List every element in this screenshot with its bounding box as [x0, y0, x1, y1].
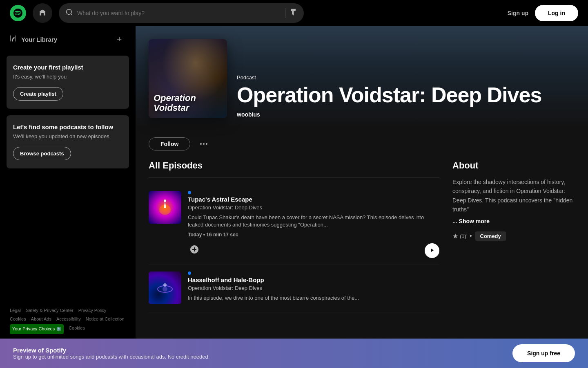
episode-content-2: Hasselhoff and Hale-Bopp Operation Voids… — [188, 272, 439, 305]
footer-link-cookies2[interactable]: Cookies — [69, 324, 85, 334]
privacy-choices-badge[interactable]: Your Privacy Choices ⚙️ — [10, 324, 64, 334]
thumbnail-art-2 — [149, 272, 181, 304]
sidebar: Your Library + Create your first playlis… — [0, 26, 136, 368]
episode-title-1: Tupac's Astral Escape — [188, 196, 439, 203]
follow-button[interactable]: Follow — [149, 137, 190, 150]
banner-description: Sign up to get unlimited songs and podca… — [13, 354, 512, 360]
search-bar — [59, 3, 304, 23]
bottom-banner: Preview of Spotify Sign up to get unlimi… — [0, 339, 588, 368]
genre-badge[interactable]: Comedy — [475, 231, 506, 241]
spotify-logo — [10, 5, 26, 21]
new-episode-dot — [188, 191, 191, 194]
banner-title: Preview of Spotify — [13, 347, 512, 354]
library-header: Your Library + — [0, 26, 136, 52]
signup-link[interactable]: Sign up — [508, 10, 528, 16]
episode-description-1: Could Tupac Shakur's death have been a c… — [188, 214, 439, 229]
library-title: Your Library — [21, 36, 57, 43]
create-playlist-button[interactable]: Create playlist — [13, 87, 63, 101]
footer-links: Legal Safety & Privacy Center Privacy Po… — [10, 307, 126, 334]
svg-point-5 — [163, 283, 167, 287]
episode-status-2 — [188, 272, 439, 275]
more-options-button[interactable] — [197, 141, 211, 146]
browse-icon — [290, 9, 297, 18]
podcast-title: Operation Voidstar: Deep Dives — [237, 84, 575, 106]
play-icon — [429, 247, 435, 254]
library-title-wrap: Your Library — [10, 35, 57, 44]
episode-description-2: In this episode, we dive into one of the… — [188, 294, 439, 302]
footer-link-legal[interactable]: Legal — [10, 307, 21, 315]
footer-link-safety[interactable]: Safety & Privacy Center — [26, 307, 74, 315]
dot-1 — [200, 143, 202, 145]
home-icon — [38, 9, 47, 18]
episode-thumbnail-2 — [149, 272, 181, 304]
svg-point-2 — [164, 200, 166, 202]
create-playlist-card: Create your first playlist It's easy, we… — [7, 56, 129, 109]
app-layout: Your Library + Create your first playlis… — [0, 0, 588, 368]
podcast-type-label: Podcast — [237, 74, 575, 81]
about-meta: ★ (1) • Comedy — [452, 231, 575, 241]
actions-row: Follow — [136, 128, 588, 160]
add-library-button[interactable]: + — [113, 33, 126, 46]
episode-thumbnail-1 — [149, 191, 181, 224]
podcast-hero: Operation Voidstar Podcast Operation Voi… — [136, 26, 588, 128]
main-content: Operation Voidstar Podcast Operation Voi… — [136, 26, 588, 368]
rating-count: (1) — [460, 233, 466, 239]
find-podcasts-card: Let's find some podcasts to follow We'll… — [7, 115, 129, 168]
cover-overlay-text: Operation Voidstar — [154, 93, 196, 113]
episode-card[interactable]: Tupac's Astral Escape Operation Voidstar… — [149, 184, 439, 265]
nav-auth: Sign up Log in — [508, 5, 578, 21]
episode-title-2: Hasselhoff and Hale-Bopp — [188, 276, 439, 283]
episode-podcast-name-2: Operation Voidstar: Deep Dives — [188, 285, 439, 291]
footer-link-accessibility[interactable]: Accessibility — [56, 315, 81, 323]
about-section: About Explore the shadowy intersections … — [452, 160, 575, 312]
episode-podcast-name-1: Operation Voidstar: Deep Dives — [188, 204, 439, 211]
footer-link-privacy[interactable]: Privacy Policy — [78, 307, 106, 315]
banner-text: Preview of Spotify Sign up to get unlimi… — [13, 347, 512, 360]
search-input[interactable] — [77, 10, 281, 16]
svg-point-4 — [163, 287, 167, 292]
episode-card[interactable]: Hasselhoff and Hale-Bopp Operation Voids… — [149, 265, 439, 312]
library-icon — [10, 35, 17, 44]
episodes-divider — [149, 177, 439, 178]
login-button[interactable]: Log in — [535, 5, 578, 21]
episode-content-1: Tupac's Astral Escape Operation Voidstar… — [188, 191, 439, 258]
top-navigation: Sign up Log in — [0, 0, 588, 26]
podcast-card-title: Let's find some podcasts to follow — [13, 123, 122, 130]
home-button[interactable] — [33, 3, 52, 23]
about-text: Explore the shadowy intersections of his… — [452, 177, 575, 214]
search-icon — [66, 9, 73, 18]
podcast-author: woobius — [237, 111, 575, 118]
dot-2 — [203, 143, 205, 145]
search-divider — [285, 8, 285, 18]
meta-separator: • — [470, 232, 472, 240]
playlist-card-title: Create your first playlist — [13, 64, 122, 71]
podcast-info: Podcast Operation Voidstar: Deep Dives w… — [237, 74, 575, 118]
play-episode-button-1[interactable] — [425, 243, 439, 258]
episode-actions-1 — [188, 242, 439, 258]
thumbnail-art-1 — [149, 191, 181, 224]
dot-3 — [206, 143, 207, 145]
episodes-heading: All Episodes — [149, 160, 439, 171]
episodes-section: All Episodes — [149, 160, 439, 312]
star-icon: ★ — [452, 232, 458, 240]
playlist-card-desc: It's easy, we'll help you — [13, 73, 122, 81]
signup-free-button[interactable]: Sign up free — [512, 344, 575, 362]
new-episode-dot-2 — [188, 272, 191, 275]
add-episode-button-1[interactable] — [188, 244, 201, 257]
episode-meta-1: Today • 16 min 17 sec — [188, 232, 439, 238]
about-heading: About — [452, 160, 575, 171]
podcast-cover: Operation Voidstar — [149, 39, 227, 118]
footer-link-about-ads[interactable]: About Ads — [31, 315, 51, 323]
privacy-icon: ⚙️ — [56, 325, 61, 333]
content-grid: All Episodes — [136, 160, 588, 325]
episode-status-1 — [188, 191, 439, 194]
browse-podcasts-button[interactable]: Browse podcasts — [13, 147, 71, 160]
star-rating: ★ (1) — [452, 232, 466, 240]
privacy-choices-label: Your Privacy Choices — [12, 325, 55, 333]
footer-link-notice[interactable]: Notice at Collection — [86, 315, 125, 323]
show-more-button[interactable]: ... Show more — [452, 218, 490, 224]
plus-icon: + — [117, 34, 122, 45]
plus-circle-icon — [189, 245, 199, 257]
footer-link-cookies[interactable]: Cookies — [10, 315, 26, 323]
podcast-card-desc: We'll keep you updated on new episodes — [13, 133, 122, 140]
